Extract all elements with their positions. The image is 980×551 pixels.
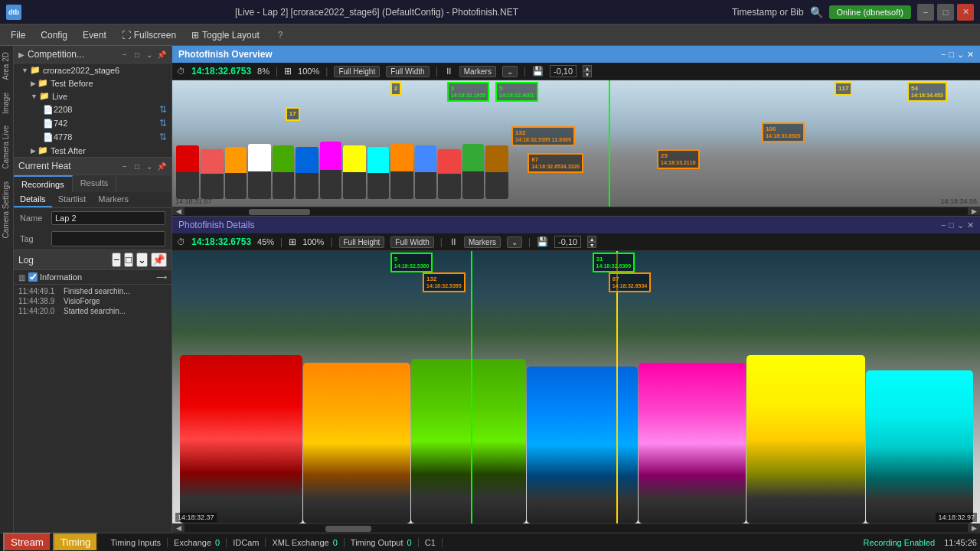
tag-input[interactable] bbox=[51, 231, 165, 246]
tree-root[interactable]: ▼ 📁 crorace2022_stage6 bbox=[14, 64, 172, 77]
stream-button[interactable]: Stream bbox=[3, 533, 51, 551]
competition-down-btn[interactable]: ⌄ bbox=[144, 49, 155, 60]
details-spin-up[interactable]: ▲ bbox=[587, 236, 596, 242]
menu-item-config[interactable]: Config bbox=[33, 27, 75, 44]
search-icon[interactable]: 🔍 bbox=[810, 6, 823, 18]
overview-markers-drop-btn[interactable]: ⌄ bbox=[502, 66, 518, 77]
c1-item: C1 bbox=[419, 538, 443, 547]
competition-check-btn[interactable]: □ bbox=[132, 49, 142, 60]
overview-scroll-right[interactable]: ▶ bbox=[968, 207, 980, 215]
tab-results[interactable]: Results bbox=[73, 175, 117, 192]
photofinish-overview-section: Photofinish Overview − □ ⌄ ✕ ⏱ 14:18:32.… bbox=[172, 46, 980, 217]
timing-button[interactable]: Timing bbox=[53, 533, 99, 551]
side-label-camera-settings[interactable]: Camera Settings bbox=[0, 175, 13, 244]
close-button[interactable]: ✕ bbox=[957, 4, 974, 21]
overview-height-btn[interactable]: Full Height bbox=[334, 66, 380, 77]
detail-ts-left: 14:18:32.37 bbox=[175, 513, 217, 522]
details-markers-btn[interactable]: Markers bbox=[464, 236, 501, 248]
current-heat-controls: − □ ⌄ 📌 bbox=[119, 161, 167, 171]
pf-overview-max-btn[interactable]: □ bbox=[949, 50, 954, 60]
overview-ts-left: 14:18:31.67 bbox=[175, 197, 212, 205]
overview-scroll-thumb[interactable] bbox=[249, 209, 310, 215]
menu-item-event[interactable]: Event bbox=[75, 27, 114, 44]
side-label-camera-live[interactable]: Camera Live bbox=[0, 119, 13, 175]
tab-recordings[interactable]: Recordings bbox=[14, 175, 73, 192]
overview-size-pct: 100% bbox=[298, 67, 319, 76]
main-layout: Area 2D Image Camera Live Camera Setting… bbox=[0, 46, 980, 533]
details-save-icon[interactable]: 💾 bbox=[537, 236, 548, 247]
details-spin-down[interactable]: ▼ bbox=[587, 242, 596, 248]
detail-scroll-left[interactable]: ◀ bbox=[172, 524, 185, 532]
exchange-label: Exchange bbox=[174, 538, 211, 547]
pf-details-toolbar: ⏱ 14:18:32.6753 45% | ⊞ 100% | Full Heig… bbox=[172, 233, 980, 251]
competition-collapse-btn[interactable]: − bbox=[119, 49, 130, 60]
detail-ann-31: 3114:18:32.6309 bbox=[593, 253, 635, 272]
pf-overview-visual[interactable]: 2 314:18:32.1935 514:18:32.4001 17 13214… bbox=[172, 80, 980, 207]
detail-scroll-thumb[interactable] bbox=[325, 526, 371, 532]
pf-details-close-btn[interactable]: ✕ bbox=[967, 220, 974, 230]
overview-ann-2: 2 bbox=[390, 82, 401, 96]
detail-scroll-right[interactable]: ▶ bbox=[968, 524, 980, 532]
current-heat-pin-btn[interactable]: 📌 bbox=[156, 161, 167, 171]
sub-tab-startlist[interactable]: Startlist bbox=[52, 192, 93, 207]
current-heat-check-btn[interactable]: □ bbox=[132, 161, 142, 171]
overview-scroll-left[interactable]: ◀ bbox=[172, 207, 185, 215]
maximize-button[interactable]: □ bbox=[937, 4, 954, 21]
log-down-btn[interactable]: ⌄ bbox=[136, 253, 148, 267]
overview-value-input[interactable] bbox=[550, 65, 577, 77]
log-scroll-btn[interactable]: ⟶ bbox=[156, 273, 167, 282]
detail-scrollbar[interactable]: ◀ ▶ bbox=[172, 523, 980, 533]
side-label-image[interactable]: Image bbox=[0, 86, 13, 120]
details-pause-icon[interactable]: ⏸ bbox=[449, 236, 458, 247]
name-input[interactable] bbox=[51, 211, 165, 225]
pf-details-max-btn[interactable]: □ bbox=[949, 220, 954, 230]
menu-item-fullscreen[interactable]: ⛶ Fullscreen bbox=[114, 27, 184, 44]
overview-scrollbar[interactable]: ◀ ▶ bbox=[172, 207, 980, 216]
sub-tab-details[interactable]: Details bbox=[14, 192, 52, 207]
details-width-btn[interactable]: Full Width bbox=[390, 236, 433, 248]
details-value-input[interactable] bbox=[554, 236, 581, 248]
log-collapse-btn[interactable]: − bbox=[112, 253, 121, 267]
pf-overview-close-btn[interactable]: ✕ bbox=[967, 50, 974, 60]
online-button[interactable]: Online (dbnetsoft) bbox=[829, 5, 911, 19]
menu-item-file[interactable]: File bbox=[3, 27, 33, 44]
file-row-2208[interactable]: 📄 2208 ⇅ bbox=[14, 103, 172, 116]
menu-item-help[interactable]: ? bbox=[270, 27, 291, 44]
minimize-button[interactable]: − bbox=[917, 4, 934, 21]
overview-save-icon[interactable]: 💾 bbox=[532, 66, 544, 77]
overview-spin-up[interactable]: ▲ bbox=[583, 65, 592, 71]
current-heat-collapse-btn[interactable]: − bbox=[119, 161, 130, 171]
detail-image-area[interactable]: 514:18:32.5360 3114:18:32.6309 13214:18:… bbox=[172, 251, 980, 523]
pf-details-down-btn[interactable]: ⌄ bbox=[957, 220, 964, 230]
xml-exchange-val: 0 bbox=[333, 538, 338, 547]
pf-details-min-btn[interactable]: − bbox=[941, 220, 946, 230]
tree-test-after[interactable]: ▶ 📁 Test After bbox=[14, 144, 172, 157]
tree-test-before[interactable]: ▶ 📁 Test Before bbox=[14, 77, 172, 90]
current-heat-down-btn[interactable]: ⌄ bbox=[144, 161, 155, 171]
tree-live[interactable]: ▼ 📁 Live bbox=[14, 90, 172, 103]
details-height-btn[interactable]: Full Height bbox=[339, 236, 385, 248]
competition-header: ▶ Competition... − □ ⌄ 📌 bbox=[14, 46, 172, 64]
side-label-area2d[interactable]: Area 2D bbox=[0, 46, 13, 86]
file-row-4778[interactable]: 📄 4778 ⇅ bbox=[14, 130, 172, 144]
log-time-0: 11:44:49.1 bbox=[18, 287, 60, 295]
pf-overview-down-btn[interactable]: ⌄ bbox=[957, 50, 964, 60]
menu-item-toggle-layout[interactable]: ⊞ Toggle Layout bbox=[184, 27, 267, 44]
log-check-btn[interactable]: □ bbox=[124, 253, 133, 267]
competition-pin-btn[interactable]: 📌 bbox=[156, 49, 167, 60]
pf-overview-min-btn[interactable]: − bbox=[941, 50, 946, 60]
log-pin-btn[interactable]: 📌 bbox=[151, 253, 167, 267]
competition-expand[interactable]: ▶ bbox=[18, 51, 24, 59]
details-markers-drop[interactable]: ⌄ bbox=[507, 236, 522, 248]
file-row-742[interactable]: 📄 742 ⇅ bbox=[14, 116, 172, 130]
pf-details-controls: − □ ⌄ ✕ bbox=[941, 220, 974, 230]
overview-spin-down[interactable]: ▼ bbox=[583, 71, 592, 77]
overview-markers-btn[interactable]: Markers bbox=[459, 66, 496, 77]
overview-ann-5: 514:18:32.4001 bbox=[495, 82, 538, 102]
overview-pause-icon[interactable]: ⏸ bbox=[444, 66, 453, 77]
log-msg-0: Finished searchin... bbox=[64, 287, 167, 295]
log-filter-icon: ▥ bbox=[18, 273, 25, 282]
overview-width-btn[interactable]: Full Width bbox=[386, 66, 429, 77]
sub-tab-markers[interactable]: Markers bbox=[92, 192, 135, 207]
log-info-checkbox[interactable] bbox=[28, 272, 38, 282]
